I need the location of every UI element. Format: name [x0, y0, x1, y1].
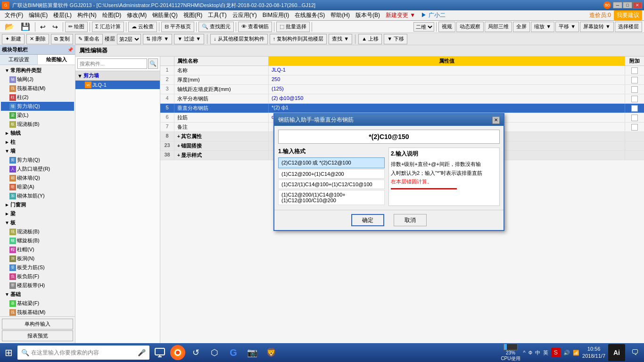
checkbox[interactable] [631, 124, 638, 131]
menu-help[interactable]: 帮助(H) [328, 10, 353, 20]
layer-new-btn[interactable]: ✦ 新建 [2, 34, 25, 44]
search-button[interactable]: 🔍 [148, 58, 158, 69]
minimize-button[interactable]: ─ [613, 2, 622, 8]
layer-copy-btn[interactable]: ⧉ 复制 [51, 34, 73, 44]
toolbar-open[interactable]: 📂 [2, 22, 17, 32]
search-input[interactable] [77, 58, 147, 69]
checkbox[interactable] [631, 77, 638, 83]
task-icon-refresh[interactable]: ↺ [187, 344, 204, 361]
sidebar-item-shear-wall3[interactable]: 剪 剪力墙(Q) [1, 156, 74, 165]
menu-draw[interactable]: 绘图(D) [99, 10, 124, 20]
sidebar-item-beam[interactable]: 梁 梁(L) [1, 111, 74, 120]
sidebar-item-pillar-cap[interactable]: 帽 柱帽(V) [1, 245, 74, 254]
start-button[interactable]: ⊞ [2, 345, 16, 360]
sidebar-item-board-room[interactable]: 洞 板洞(N) [1, 254, 74, 263]
tray-icon-2[interactable]: 中 [535, 349, 540, 356]
menu-layer[interactable]: 楼层(L) [50, 10, 74, 20]
toolbar-redo[interactable]: ↪ [50, 22, 61, 32]
menu-view[interactable]: 视图(R) [181, 10, 206, 20]
sidebar-item-slab-bar[interactable]: 负 板负筋(F) [1, 272, 74, 281]
toolbar-view-rebar[interactable]: 👁 查看钢筋 [238, 22, 272, 32]
sidebar-item-mat-found[interactable]: 筏 筏板基础(M) [1, 84, 74, 93]
dialog-option-2[interactable]: (1)C12@200+(1)C14@200 [278, 169, 385, 179]
toolbar-dynamic[interactable]: 动态观察 [456, 22, 484, 32]
sidebar-item-wall-group[interactable]: ▼ 墙 [1, 147, 74, 156]
caret-icon[interactable]: ^ [523, 350, 526, 355]
row-val[interactable]: JLQ-1 [269, 66, 625, 75]
toolbar-cloud-check[interactable]: ☁ 云检查 [128, 22, 157, 32]
task-icon-lion[interactable]: 🦁 [263, 344, 280, 361]
tab-engineering[interactable]: 工程设置 [0, 55, 38, 65]
sidebar-item-air-defense[interactable]: 人 人防口墙壁(R) [1, 165, 74, 173]
task-icon-gear[interactable]: ⬡ [206, 344, 223, 361]
ai-button[interactable]: Ai [608, 344, 625, 361]
menu-tools[interactable]: 工具(T) [205, 10, 229, 20]
toolbar-fullscreen[interactable]: 全屏 [513, 22, 530, 32]
tray-icon-1[interactable]: Ф [528, 350, 532, 355]
task-icon-camera[interactable]: 📷 [244, 344, 261, 361]
sidebar-item-axis-group[interactable]: ► 轴线 [1, 129, 74, 138]
tray-icon-s[interactable]: S [551, 348, 561, 357]
checkbox[interactable] [631, 96, 638, 102]
toolbar-align-slab[interactable]: ⊟ 平齐板页 [161, 22, 194, 32]
task-icon-g[interactable]: G [225, 344, 242, 361]
sidebar-item-foundation-group[interactable]: ▼ 基础 [1, 290, 74, 299]
layer-copy-from-btn[interactable]: ↓ 从其他楼层复制构件 [210, 34, 268, 44]
layer-copy-to-btn[interactable]: ↑ 复制构件到其他楼层 [270, 34, 327, 44]
toolbar-select-floor[interactable]: 选择楼层 [615, 22, 642, 32]
menu-component[interactable]: 构件(N) [74, 10, 99, 20]
dialog-option-1[interactable]: (2)C12@100 或 *(2)C12@100 [278, 157, 385, 168]
row-val[interactable]: 250 [269, 75, 625, 84]
menu-version[interactable]: 版本号(B) [353, 10, 383, 20]
layer-sort-btn[interactable]: ⇅ 排序 ▼ [143, 34, 172, 44]
sidebar-item-axis[interactable]: 轴 轴网(J) [1, 75, 74, 84]
row-val[interactable]: *(2) ф1 [269, 104, 625, 113]
toolbar-batch-select[interactable]: ⬚ 批量选择 [276, 22, 310, 32]
dialog-option-4[interactable]: (1)C12@200/(1)C14@100+(1)C12@100/C10@200 [278, 190, 385, 205]
menu-cloud[interactable]: 云应用(Y) [230, 10, 260, 20]
task-icon-browser[interactable] [170, 345, 185, 360]
row-val[interactable]: (125) [269, 85, 625, 94]
menu-bim[interactable]: BIM应用(I) [260, 10, 292, 20]
toolbar-draw[interactable]: ✏ 绘图 [65, 22, 88, 32]
maximize-button[interactable]: □ [623, 2, 632, 8]
checkbox[interactable] [631, 115, 638, 121]
menu-modify[interactable]: 修改(M) [124, 10, 149, 20]
search-input[interactable] [31, 349, 136, 356]
notification-button[interactable]: 🗨 [628, 346, 642, 360]
rebar-input-dialog[interactable]: 钢筋输入助手-墙垂直分布钢筋 ✕ *(2)C10@150 1.输入格式 (2)C… [273, 113, 504, 231]
toolbar-pan[interactable]: 平移 ▼ [555, 22, 579, 32]
menu-edit[interactable]: 编辑(E) [26, 10, 50, 20]
sidebar-item-cast-slab2[interactable]: 现 现浇板(B) [1, 227, 74, 236]
sidebar-item-cast-slab[interactable]: 板 现浇板(B) [1, 120, 74, 129]
tab-draw-input[interactable]: 绘图输入 [38, 55, 75, 65]
search-area[interactable]: 🔍 🎤 [17, 346, 149, 360]
layer-rename-btn[interactable]: ✎ 重命名 [75, 34, 103, 44]
menu-newchange[interactable]: 新建变更 ▼ [383, 10, 418, 20]
sidebar-item-column[interactable]: 柱 柱(2) [1, 93, 74, 102]
report-view-btn[interactable]: 报表预览 [2, 330, 73, 341]
layer-filter-btn[interactable]: ▼ 过滤 ▼ [174, 34, 204, 44]
dialog-cancel-button[interactable]: 取消 [394, 214, 427, 226]
toolbar-undo[interactable]: ↩ [37, 22, 49, 32]
dialog-close-button[interactable]: ✕ [492, 116, 500, 124]
row-val[interactable]: (2) ф10@150 [269, 94, 625, 103]
toolbar-calc[interactable]: Σ 汇总计算 [92, 22, 124, 32]
sidebar-item-beam-group[interactable]: ► 梁 [1, 209, 74, 218]
toolbar-view-rule[interactable]: 视规 [438, 22, 455, 32]
task-icon-explorer[interactable] [151, 344, 168, 361]
single-input-btn[interactable]: 单构件输入 [2, 319, 73, 329]
layer-up-btn[interactable]: ▲ 上移 [358, 34, 382, 44]
sidebar-item-slab-group[interactable]: ▼ 板 [1, 218, 74, 227]
checkbox[interactable] [631, 67, 638, 74]
sidebar-item-slab-strip[interactable]: 带 楼层板带(H) [1, 281, 74, 290]
layer-select[interactable]: 第2层 第1层 第3层 [117, 34, 141, 44]
sidebar-item-common-types[interactable]: ▼ 常用构件类型 [1, 66, 74, 75]
dialog-option-3[interactable]: (1)C12/(1)C14@100+(1)C12/C10@100 [278, 180, 385, 189]
layer-find-btn[interactable]: 查找 ▼ [329, 34, 352, 44]
tray-icon-vol[interactable]: 🔊 [563, 350, 570, 356]
menu-online[interactable]: 在线服务(S) [292, 10, 328, 20]
menu-price[interactable]: 造价员:0 [586, 10, 614, 20]
toolbar-find-elem[interactable]: 🔍 查找图元 [198, 22, 234, 32]
component-item[interactable]: W JLQ-1 [75, 81, 160, 89]
